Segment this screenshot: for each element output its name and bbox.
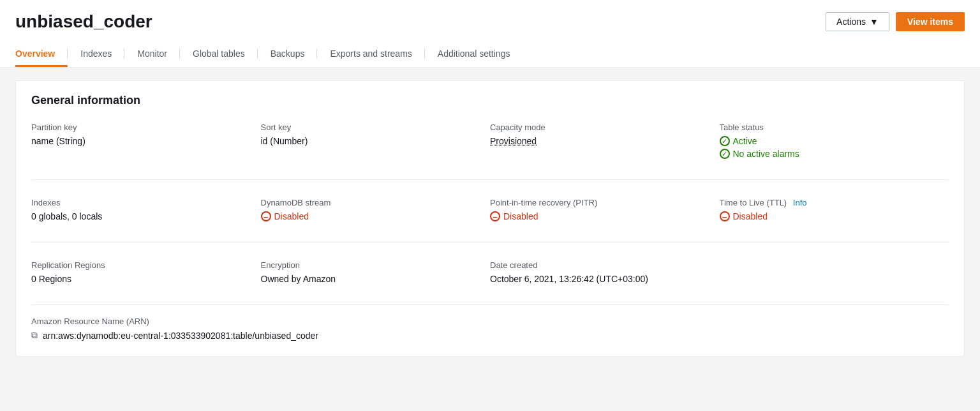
encryption-item: Encryption Owned by Amazon — [261, 260, 491, 284]
info-grid: Partition key name (String) Sort key id … — [31, 123, 949, 341]
tab-backups[interactable]: Backups — [258, 42, 318, 67]
general-info-title: General information — [31, 94, 949, 107]
arn-value-row: ⧉ arn:aws:dynamodb:eu-central-1:03353390… — [31, 330, 949, 341]
table-status-item: Table status ✓ Active ✓ No active alarms — [720, 123, 949, 159]
header-actions: Actions ▼ View items — [826, 12, 965, 31]
date-created-value: October 6, 2021, 13:26:42 (UTC+03:00) — [490, 274, 720, 284]
dynamodb-stream-status: – Disabled — [261, 211, 491, 221]
replication-value: 0 Regions — [31, 274, 261, 284]
arn-section: Amazon Resource Name (ARN) ⧉ arn:aws:dyn… — [31, 304, 949, 341]
general-info-card: General information Partition key name (… — [15, 80, 965, 357]
table-status-active: ✓ Active — [720, 136, 949, 146]
capacity-mode-item: Capacity mode Provisioned — [490, 123, 720, 159]
sort-key-value: id (Number) — [261, 136, 491, 146]
tab-bar: Overview Indexes Monitor Global tables B… — [15, 42, 965, 67]
partition-key-label: Partition key — [31, 123, 261, 132]
pitr-value: Disabled — [503, 211, 538, 221]
dynamodb-stream-value: Disabled — [274, 211, 309, 221]
indexes-item: Indexes 0 globals, 0 locals — [31, 198, 261, 221]
replication-item: Replication Regions 0 Regions — [31, 260, 261, 284]
pitr-label: Point-in-time recovery (PITR) — [490, 198, 720, 207]
alarms-check-icon: ✓ — [720, 149, 730, 159]
actions-button[interactable]: Actions ▼ — [826, 12, 889, 31]
encryption-label: Encryption — [261, 260, 491, 270]
arn-label: Amazon Resource Name (ARN) — [31, 317, 949, 326]
ttl-label: Time to Live (TTL) Info — [720, 198, 949, 207]
active-check-icon: ✓ — [720, 136, 730, 146]
tab-global-tables[interactable]: Global tables — [180, 42, 258, 67]
tab-indexes[interactable]: Indexes — [68, 42, 124, 67]
table-status-label: Table status — [720, 123, 949, 132]
ttl-status: – Disabled — [720, 211, 949, 221]
date-created-label: Date created — [490, 260, 720, 270]
encryption-value: Owned by Amazon — [261, 274, 491, 284]
page-title: unbiased_coder — [15, 11, 152, 32]
view-items-button[interactable]: View items — [896, 12, 965, 31]
pitr-status: – Disabled — [490, 211, 720, 221]
dynamodb-stream-item: DynamoDB stream – Disabled — [261, 198, 491, 221]
date-created-item: Date created October 6, 2021, 13:26:42 (… — [490, 260, 720, 284]
row-divider-1 — [31, 179, 949, 180]
pitr-disabled-icon: – — [490, 211, 500, 221]
placeholder-item — [720, 260, 949, 284]
no-alarms-status: ✓ No active alarms — [720, 149, 949, 159]
copy-arn-icon[interactable]: ⧉ — [31, 330, 38, 341]
sort-key-label: Sort key — [261, 123, 491, 132]
ttl-value: Disabled — [733, 211, 768, 221]
ttl-disabled-icon: – — [720, 211, 730, 221]
partition-key-item: Partition key name (String) — [31, 123, 261, 159]
partition-key-value: name (String) — [31, 136, 261, 146]
tab-additional-settings[interactable]: Additional settings — [425, 42, 523, 67]
ttl-info-link[interactable]: Info — [793, 198, 807, 207]
pitr-item: Point-in-time recovery (PITR) – Disabled — [490, 198, 720, 221]
main-content: General information Partition key name (… — [0, 68, 980, 370]
tab-overview[interactable]: Overview — [15, 42, 68, 67]
active-label: Active — [733, 136, 757, 146]
dropdown-arrow-icon: ▼ — [870, 17, 879, 27]
stream-disabled-icon: – — [261, 211, 271, 221]
dynamodb-stream-label: DynamoDB stream — [261, 198, 491, 207]
tab-exports-streams[interactable]: Exports and streams — [317, 42, 424, 67]
arn-text: arn:aws:dynamodb:eu-central-1:0335339020… — [43, 331, 318, 341]
indexes-label: Indexes — [31, 198, 261, 207]
capacity-mode-value[interactable]: Provisioned — [490, 136, 720, 146]
capacity-mode-label: Capacity mode — [490, 123, 720, 132]
tab-monitor[interactable]: Monitor — [124, 42, 180, 67]
sort-key-item: Sort key id (Number) — [261, 123, 491, 159]
ttl-item: Time to Live (TTL) Info – Disabled — [720, 198, 949, 221]
replication-label: Replication Regions — [31, 260, 261, 270]
row-divider-2 — [31, 242, 949, 243]
no-alarms-label: No active alarms — [733, 149, 799, 159]
indexes-value: 0 globals, 0 locals — [31, 211, 261, 221]
